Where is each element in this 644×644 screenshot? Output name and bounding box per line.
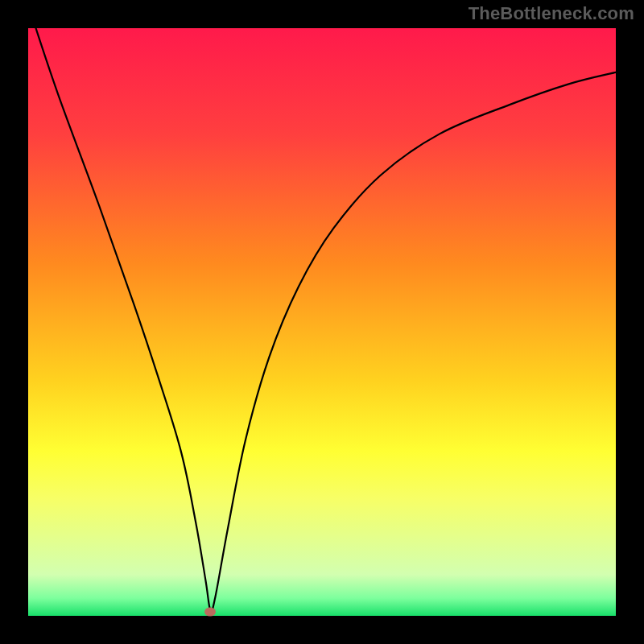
chart-svg	[28, 28, 616, 616]
plot-area	[28, 28, 616, 616]
chart-frame: TheBottleneck.com	[0, 0, 644, 644]
watermark-text: TheBottleneck.com	[469, 3, 634, 24]
minimum-marker-icon	[204, 607, 216, 616]
gradient-background	[28, 28, 616, 616]
